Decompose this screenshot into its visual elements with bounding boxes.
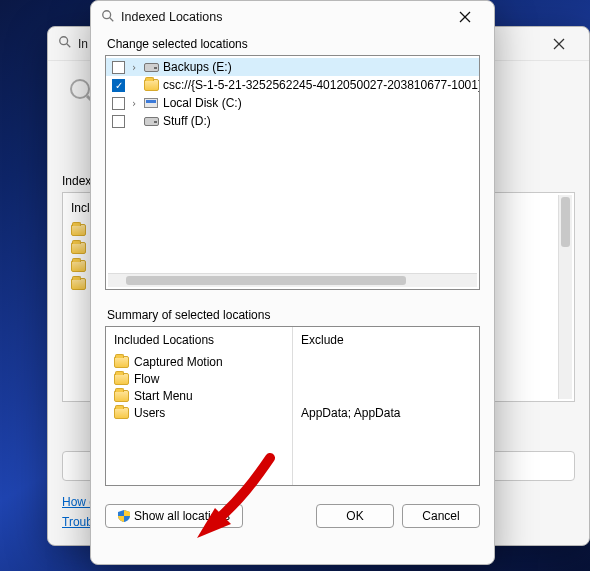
included-column: Included Locations Captured Motion Flow … <box>106 327 292 485</box>
close-button[interactable] <box>446 4 484 30</box>
tree-item-stuff[interactable]: Stuff (D:) <box>106 112 479 130</box>
locations-tree: › Backups (E:) ✓ csc://{S-1-5-21-3252562… <box>105 55 480 290</box>
summary-row[interactable]: Captured Motion <box>114 353 284 370</box>
tree-item-label: Backups (E:) <box>163 60 232 74</box>
dialog-button-bar: Show all locations OK Cancel <box>105 504 480 528</box>
checkbox[interactable] <box>112 97 125 110</box>
svg-point-6 <box>103 10 111 18</box>
drive-icon <box>143 114 159 128</box>
tree-item-backups[interactable]: › Backups (E:) <box>106 58 479 76</box>
folder-icon <box>71 260 86 272</box>
tree-item-label: Stuff (D:) <box>163 114 211 128</box>
button-label: Show all locations <box>134 509 230 523</box>
tree-item-local-disk[interactable]: › Local Disk (C:) <box>106 94 479 112</box>
change-locations-label: Change selected locations <box>107 37 480 51</box>
indexed-locations-dialog: Indexed Locations Change selected locati… <box>90 0 495 565</box>
exclude-header: Exclude <box>301 333 471 347</box>
exclude-row <box>301 387 471 404</box>
button-label: Cancel <box>422 509 459 523</box>
included-header: Included Locations <box>114 333 284 347</box>
folder-icon <box>143 78 159 92</box>
tree-item-label: Local Disk (C:) <box>163 96 242 110</box>
search-icon <box>58 35 72 52</box>
svg-line-7 <box>110 17 114 21</box>
dialog-title: Indexed Locations <box>121 10 222 24</box>
summary-row[interactable]: Start Menu <box>114 387 284 404</box>
exclude-row <box>301 353 471 370</box>
checkbox[interactable] <box>112 115 125 128</box>
scrollbar-thumb[interactable] <box>561 197 570 247</box>
front-titlebar: Indexed Locations <box>91 1 494 33</box>
svg-line-1 <box>67 44 71 48</box>
scrollbar-vertical[interactable] <box>558 195 572 399</box>
checkbox[interactable]: ✓ <box>112 79 125 92</box>
folder-icon <box>71 278 86 290</box>
exclude-row: AppData; AppData <box>301 404 471 421</box>
folder-icon <box>71 242 86 254</box>
summary-row[interactable]: Users <box>114 404 284 421</box>
summary-label: Summary of selected locations <box>107 308 480 322</box>
tree-item-csc[interactable]: ✓ csc://{S-1-5-21-3252562245-4012050027-… <box>106 76 479 94</box>
drive-icon <box>143 60 159 74</box>
close-button[interactable] <box>539 30 579 58</box>
summary-box: Included Locations Captured Motion Flow … <box>105 326 480 486</box>
folder-icon <box>71 224 86 236</box>
summary-row[interactable]: Flow <box>114 370 284 387</box>
svg-point-0 <box>60 37 68 45</box>
expand-toggle[interactable]: › <box>129 98 139 109</box>
tree-item-label: csc://{S-1-5-21-3252562245-4012050027-20… <box>163 78 480 92</box>
folder-icon <box>114 373 129 385</box>
checkbox[interactable] <box>112 61 125 74</box>
exclude-row <box>301 370 471 387</box>
cancel-button[interactable]: Cancel <box>402 504 480 528</box>
back-window-title: In <box>78 37 88 51</box>
search-icon <box>101 9 115 26</box>
scrollbar-horizontal[interactable] <box>108 273 477 287</box>
ok-button[interactable]: OK <box>316 504 394 528</box>
scrollbar-thumb[interactable] <box>126 276 406 285</box>
expand-toggle[interactable]: › <box>129 62 139 73</box>
disk-icon <box>143 96 159 110</box>
button-label: OK <box>346 509 363 523</box>
folder-icon <box>114 390 129 402</box>
uac-shield-icon <box>118 510 130 522</box>
show-all-locations-button[interactable]: Show all locations <box>105 504 243 528</box>
folder-icon <box>114 407 129 419</box>
svg-point-4 <box>71 80 89 98</box>
folder-icon <box>114 356 129 368</box>
exclude-column: Exclude AppData; AppData <box>292 327 479 485</box>
